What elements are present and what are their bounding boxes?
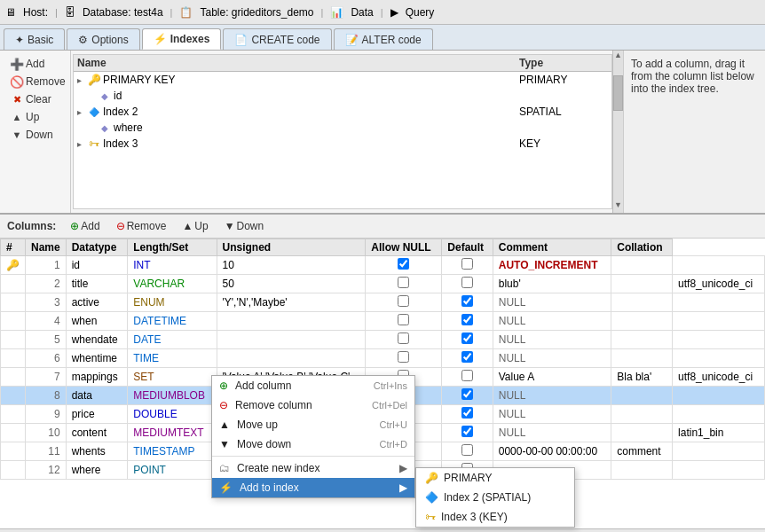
- ctx-add-to-index[interactable]: ⚡ Add to index ▶: [212, 478, 414, 497]
- allownull-checkbox[interactable]: [461, 388, 473, 400]
- sub-primary[interactable]: 🔑 PRIMARY: [416, 468, 574, 488]
- table-row[interactable]: 3activeENUM'Y','N','Maybe'NULL: [1, 293, 765, 312]
- top-bar: 🖥 Host: | 🗄 Database: test4a | 📋 Table: …: [0, 0, 765, 25]
- row-allownull[interactable]: [442, 405, 493, 424]
- row-type: DOUBLE: [128, 405, 217, 424]
- unsigned-checkbox[interactable]: [398, 295, 409, 307]
- index-up-button[interactable]: ▲ Up: [7, 109, 63, 125]
- unsigned-checkbox[interactable]: [398, 258, 409, 270]
- ctx-remove-column[interactable]: ⊖ Remove column Ctrl+Del: [212, 395, 414, 415]
- key-icon: 🔑: [88, 74, 100, 86]
- row-unsigned[interactable]: [366, 293, 442, 312]
- index-down-button[interactable]: ▼ Down: [7, 127, 63, 143]
- allownull-checkbox[interactable]: [461, 314, 473, 325]
- allownull-checkbox[interactable]: [461, 370, 473, 381]
- row-default: NULL: [493, 424, 611, 442]
- table-row[interactable]: 4whenDATETIMENULL: [1, 312, 765, 331]
- scrollbar-down[interactable]: ▼: [613, 200, 623, 213]
- row-allownull[interactable]: [442, 368, 493, 387]
- index-add-button[interactable]: ➕ Add: [7, 56, 63, 72]
- scrollbar-up[interactable]: ▲: [613, 51, 623, 63]
- row-unsigned[interactable]: [366, 275, 442, 293]
- table-row[interactable]: 2titleVARCHAR50blub'utf8_unicode_ci: [1, 275, 765, 293]
- index-scrollbar[interactable]: ▲ ▼: [612, 51, 623, 213]
- context-menu: ⊕ Add column Ctrl+Ins ⊖ Remove column Ct…: [211, 375, 415, 498]
- ctx-create-index[interactable]: 🗂 Create new index ▶: [212, 458, 414, 478]
- allownull-checkbox[interactable]: [461, 277, 473, 288]
- unsigned-checkbox[interactable]: [398, 314, 409, 325]
- ctx-move-up[interactable]: ▲ Move up Ctrl+U: [212, 415, 414, 434]
- tree-row-index3[interactable]: ▸ 🗝 Index 3 KEY: [74, 136, 611, 152]
- col-add-button[interactable]: ⊕ Add: [65, 218, 105, 234]
- allownull-checkbox[interactable]: [461, 407, 473, 419]
- key-col: [1, 275, 26, 293]
- row-num: 4: [26, 312, 67, 331]
- tree-row-index2[interactable]: ▸ 🔷 Index 2 SPATIAL: [74, 104, 611, 120]
- row-length: 'Y','N','Maybe': [217, 293, 366, 312]
- remove-circle-icon: 🚫: [11, 75, 23, 88]
- row-type: MEDIUMTEXT: [128, 424, 217, 442]
- row-allownull[interactable]: [442, 256, 493, 275]
- alter-icon: 📝: [345, 34, 359, 46]
- row-comment: Bla bla': [611, 368, 673, 387]
- tab-alter-code[interactable]: 📝 ALTER code: [334, 28, 433, 50]
- sub-index2[interactable]: 🔷 Index 2 (SPATIAL): [416, 488, 574, 507]
- ctx-submenu-arrow: ▶: [399, 462, 407, 474]
- key-col: [1, 387, 26, 405]
- allownull-checkbox[interactable]: [461, 444, 473, 456]
- col-down-button[interactable]: ▼ Down: [219, 218, 270, 234]
- unsigned-checkbox[interactable]: [398, 277, 409, 288]
- tab-create-code[interactable]: 📄 CREATE code: [223, 28, 331, 50]
- row-unsigned[interactable]: [366, 349, 442, 368]
- sub-key-orange-icon: 🗝: [425, 511, 436, 523]
- index-clear-button[interactable]: ✖ Clear: [7, 91, 63, 107]
- tab-basic[interactable]: ✦ Basic: [4, 28, 65, 50]
- query-label[interactable]: Query: [406, 6, 435, 19]
- col-add-icon: ⊕: [70, 220, 79, 232]
- tree-row-id[interactable]: ◆ id: [74, 88, 611, 104]
- row-allownull[interactable]: [442, 275, 493, 293]
- allownull-checkbox[interactable]: [461, 426, 473, 437]
- tab-options[interactable]: ⚙ Options: [67, 28, 139, 50]
- row-allownull[interactable]: [442, 442, 493, 461]
- tree-row-where[interactable]: ◆ where: [74, 120, 611, 136]
- index-hint: To add a column, drag it from the column…: [623, 51, 765, 213]
- index-panel: ➕ Add 🚫 Remove ✖ Clear ▲ Up ▼ Down: [0, 51, 765, 215]
- row-unsigned[interactable]: [366, 331, 442, 349]
- index-remove-button[interactable]: 🚫 Remove: [7, 74, 63, 90]
- sub-index3[interactable]: 🗝 Index 3 (KEY): [416, 507, 574, 527]
- scrollbar-thumb[interactable]: [613, 75, 623, 111]
- table-row[interactable]: 5whendateDATENULL: [1, 331, 765, 349]
- row-comment: [611, 331, 673, 349]
- unsigned-checkbox[interactable]: [398, 332, 409, 344]
- allownull-checkbox[interactable]: [461, 351, 473, 363]
- ctx-create-index-icon: 🗂: [219, 462, 230, 474]
- col-up-button[interactable]: ▲ Up: [177, 218, 213, 234]
- row-num: 7: [26, 368, 67, 387]
- tab-indexes[interactable]: ⚡ Indexes: [142, 28, 222, 50]
- tree-row-primary[interactable]: ▸ 🔑 PRIMARY KEY PRIMARY: [74, 72, 611, 88]
- row-allownull[interactable]: [442, 312, 493, 331]
- row-allownull[interactable]: [442, 293, 493, 312]
- ctx-move-down[interactable]: ▼ Move down Ctrl+D: [212, 434, 414, 454]
- ctx-add-column[interactable]: ⊕ Add column Ctrl+Ins: [212, 376, 414, 395]
- allownull-checkbox[interactable]: [461, 258, 473, 270]
- data-label[interactable]: Data: [351, 6, 373, 19]
- row-name: whendate: [66, 331, 128, 349]
- row-unsigned[interactable]: [366, 312, 442, 331]
- expand-icon: ▸: [77, 75, 86, 85]
- expand-icon: ▸: [77, 107, 86, 117]
- col-remove-button[interactable]: ⊖ Remove: [111, 218, 172, 234]
- table-row[interactable]: 🔑1idINT10AUTO_INCREMENT: [1, 256, 765, 275]
- unsigned-checkbox[interactable]: [398, 351, 409, 363]
- row-allownull[interactable]: [442, 424, 493, 442]
- allownull-checkbox[interactable]: [461, 295, 473, 307]
- table-row[interactable]: 6whentimeTIMENULL: [1, 349, 765, 368]
- row-unsigned[interactable]: [366, 256, 442, 275]
- row-allownull[interactable]: [442, 349, 493, 368]
- row-allownull[interactable]: [442, 387, 493, 405]
- allownull-checkbox[interactable]: [461, 332, 473, 344]
- th-num: #: [1, 239, 26, 256]
- down-arrow-icon: ▼: [11, 129, 23, 141]
- row-allownull[interactable]: [442, 331, 493, 349]
